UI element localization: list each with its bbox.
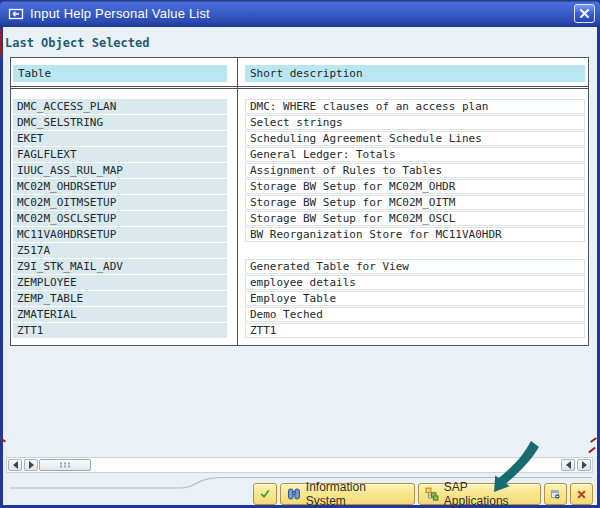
short-description-cell: employee details [245,275,585,290]
table-row[interactable]: MC11VA0HDRSETUP BW Reorganization Store … [11,227,588,243]
scroll-left-step-button[interactable] [561,459,575,471]
sap-applications-button[interactable]: SAP Applications [418,483,541,505]
short-description-cell: Select strings [245,115,585,130]
section-label: Last Object Selected [5,36,150,50]
short-description-cell: Demo Teched [245,307,585,322]
table-name-cell[interactable]: IUUC_ASS_RUL_MAP [13,163,227,178]
sap-applications-label: SAP Applications [444,480,534,508]
table-name-cell[interactable]: Z517A [13,243,227,258]
table-body: DMC_ACCESS_PLAN DMC: WHERE clauses of an… [11,92,588,345]
table-row[interactable]: ZTT1 ZTT1 [11,323,588,339]
arrow-left-icon [566,461,571,469]
table-name-cell[interactable]: ZEMPLOYEE [13,275,227,290]
table-name-cell[interactable]: MC11VA0HDRSETUP [13,227,227,242]
short-description-cell: Storage BW Setup for MC02M_OSCL [245,211,585,226]
table-name-cell[interactable]: ZEMP_TABLE [13,291,227,306]
table-name-cell[interactable]: ZMATERIAL [13,307,227,322]
personal-value-list-button[interactable] [544,483,567,505]
table-row[interactable]: DMC_ACCESS_PLAN DMC: WHERE clauses of an… [11,99,588,115]
short-description-cell: General Ledger: Totals [245,147,585,162]
confirm-button[interactable] [253,483,277,505]
table-row[interactable]: DMC_SELSTRING Select strings [11,115,588,131]
table-name-cell[interactable]: MC02M_OITMSETUP [13,195,227,210]
table-name-cell[interactable]: DMC_ACCESS_PLAN [13,99,227,114]
column-header-short-description[interactable]: Short description [245,65,585,82]
table-row[interactable]: Z517A [11,243,588,259]
list-minus-icon [551,487,560,502]
scroll-first-button[interactable] [8,459,22,471]
table-name-cell[interactable]: MC02M_OHDRSETUP [13,179,227,194]
table-row[interactable]: MC02M_OITMSETUP Storage BW Setup for MC0… [11,195,588,211]
information-system-button[interactable]: Information System [280,483,415,505]
short-description-cell: Scheduling Agreement Schedule Lines [245,131,585,146]
table-row[interactable]: Z9I_STK_MAIL_ADV Generated Table for Vie… [11,259,588,275]
short-description-cell: ZTT1 [245,323,585,338]
grip-dots-icon [59,462,72,468]
table-row[interactable]: ZEMP_TABLE Employe Table [11,291,588,307]
table-header-row: Table Short description [11,58,588,89]
table-row[interactable]: FAGLFLEXT General Ledger: Totals [11,147,588,163]
title-bar[interactable]: Input Help Personal Value List [0,0,600,27]
scroll-last-button[interactable] [577,459,591,471]
table-row[interactable]: MC02M_OSCLSETUP Storage BW Setup for MC0… [11,211,588,227]
table-row[interactable]: EKET Scheduling Agreement Schedule Lines [11,131,588,147]
table-row[interactable]: IUUC_ASS_RUL_MAP Assignment of Rules to … [11,163,588,179]
horizontal-scrollbar[interactable] [6,457,593,473]
value-list-table: Table Short description DMC_ACCESS_PLAN … [10,57,589,346]
information-system-label: Information System [306,480,408,508]
short-description-cell [245,243,585,258]
table-row[interactable]: ZMATERIAL Demo Teched [11,307,588,323]
binoculars-icon [287,487,301,501]
table-name-cell[interactable]: EKET [13,131,227,146]
arrow-right-icon [582,461,587,469]
scroll-right-step-button[interactable] [24,459,38,471]
annotation-mark [0,29,2,57]
cancel-button[interactable] [570,483,593,505]
scrollbar-thumb[interactable] [39,459,91,471]
close-icon [579,8,590,19]
short-description-cell: Storage BW Setup for MC02M_OITM [245,195,585,210]
table-name-cell[interactable]: ZTT1 [13,323,227,338]
short-description-cell: BW Reorganization Store for MC11VA0HDR [245,227,585,242]
table-name-cell[interactable]: FAGLFLEXT [13,147,227,162]
table-row[interactable]: ZEMPLOYEE employee details [11,275,588,291]
short-description-cell: Assignment of Rules to Tables [245,163,585,178]
arrow-right-icon [29,461,34,469]
table-name-cell[interactable]: MC02M_OSCLSETUP [13,211,227,226]
dialog-icon [8,7,24,21]
table-name-cell[interactable]: Z9I_STK_MAIL_ADV [13,259,227,274]
dialog-window: Input Help Personal Value List Last Obje… [0,0,600,508]
close-button[interactable] [574,4,595,23]
short-description-cell: Storage BW Setup for MC02M_OHDR [245,179,585,194]
column-header-table[interactable]: Table [13,65,227,82]
short-description-cell: Generated Table for View [245,259,585,274]
green-check-icon [260,487,270,501]
red-x-icon [577,488,586,501]
arrow-left-icon [13,461,18,469]
table-row[interactable]: MC02M_OHDRSETUP Storage BW Setup for MC0… [11,179,588,195]
hierarchy-icon [425,487,439,501]
short-description-cell: DMC: WHERE clauses of an access plan [245,99,585,114]
window-title: Input Help Personal Value List [30,6,210,21]
short-description-cell: Employe Table [245,291,585,306]
table-name-cell[interactable]: DMC_SELSTRING [13,115,227,130]
